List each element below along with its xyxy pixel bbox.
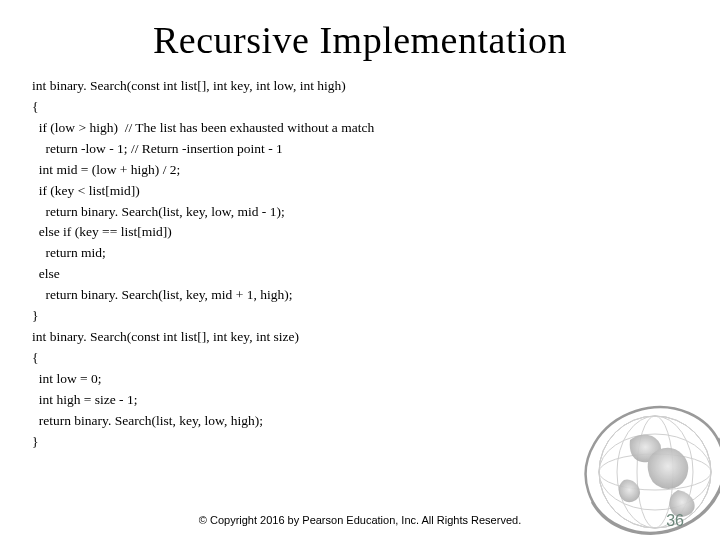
slide: Recursive Implementation int binary. Sea… [0,0,720,540]
globe-graphic [560,380,720,540]
page-number: 36 [666,512,684,530]
page-title: Recursive Implementation [32,18,688,62]
